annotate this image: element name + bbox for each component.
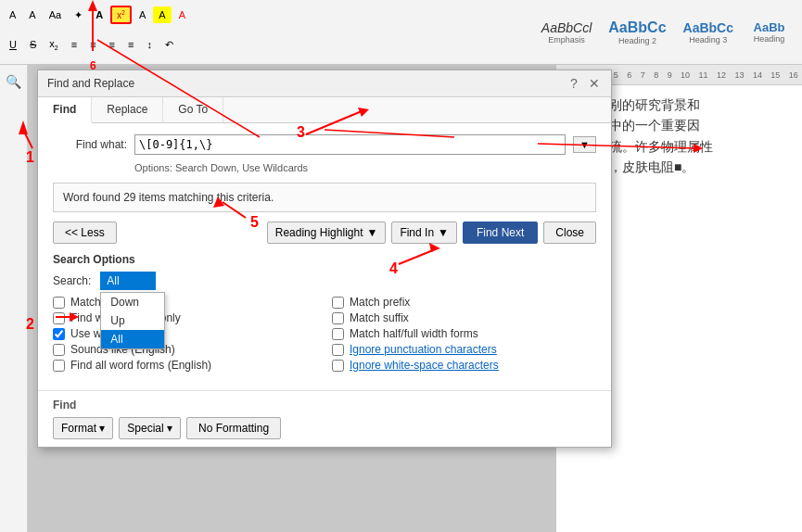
dialog-controls: ? ✕: [566, 76, 602, 91]
subscript-btn[interactable]: x2: [44, 35, 63, 54]
ribbon-left: A A Aa ✦ A x2 A A A U S x2 ≡ ≡ ≡ ≡ ↕ ↶: [0, 0, 528, 65]
match-suffix-row: Match suffix: [332, 311, 596, 324]
options-text: Options: Search Down, Use Wildcards: [134, 162, 596, 173]
ignore-whitespace-row: Ignore white-space characters: [332, 359, 596, 372]
ignore-punct-label: Ignore punctuation characters: [350, 343, 497, 356]
match-case-row: Match case: [53, 296, 317, 309]
style-heading2[interactable]: AaBbCc Heading 2: [602, 17, 672, 48]
ribbon: A A Aa ✦ A x2 A A A U S x2 ≡ ≡ ≡ ≡ ↕ ↶ A…: [0, 0, 802, 65]
style-heading4-preview: AaBb: [754, 20, 785, 34]
use-wildcards-checkbox[interactable]: [53, 328, 65, 340]
dialog-tabs: Find Replace Go To: [38, 97, 611, 123]
sounds-like-checkbox[interactable]: [53, 344, 65, 356]
bottom-find-label: Find: [53, 399, 596, 412]
dialog-body: Find what: ▼ Options: Search Down, Use W…: [38, 123, 611, 390]
dropdown-item-up[interactable]: Up: [101, 311, 164, 330]
help-button[interactable]: ?: [566, 76, 581, 91]
ignore-whitespace-link[interactable]: Ignore white-space characters: [350, 359, 499, 372]
ribbon-right: AaBbCcl Emphasis AaBbCc Heading 2 AaBbCc…: [528, 0, 802, 65]
close-button[interactable]: ✕: [587, 76, 602, 91]
tab-goto[interactable]: Go To: [163, 97, 223, 122]
use-wildcards-row: Use wildcards: [53, 327, 317, 340]
find-in-button[interactable]: Find In ▼: [391, 222, 457, 244]
match-prefix-row: Match prefix: [332, 296, 596, 309]
align-left-btn[interactable]: ≡: [66, 36, 83, 53]
underline-btn[interactable]: U: [4, 36, 22, 53]
font-size-decrease-btn[interactable]: A: [4, 6, 21, 23]
style-emphasis[interactable]: AaBbCcl Emphasis: [535, 18, 598, 47]
ignore-punct-row: Ignore punctuation characters: [332, 343, 596, 356]
highlight-btn[interactable]: A: [153, 6, 171, 23]
match-prefix-label: Match prefix: [350, 296, 410, 309]
all-word-forms-checkbox[interactable]: [53, 360, 65, 372]
font-color-btn[interactable]: A: [173, 6, 191, 23]
ignore-punct-link[interactable]: Ignore punctuation characters: [350, 343, 497, 356]
find-what-input[interactable]: [134, 134, 566, 155]
whole-word-checkbox[interactable]: [53, 312, 65, 324]
match-halfwidth-row: Match half/full width forms: [332, 327, 596, 340]
style-heading3-preview: AaBbCc: [683, 20, 733, 35]
find-dropdown-btn[interactable]: ▼: [573, 136, 596, 153]
bold-btn[interactable]: A: [90, 6, 108, 23]
ribbon-top-row: A A Aa ✦ A x2 A A A: [4, 2, 524, 28]
dropdown-item-all[interactable]: All: [101, 330, 164, 348]
find-next-button[interactable]: Find Next: [463, 222, 538, 244]
ignore-punct-checkbox[interactable]: [332, 344, 344, 356]
search-select-row: Search: Down Up All Down Up All: [53, 272, 596, 290]
format-button[interactable]: Format ▾: [53, 417, 113, 439]
right-checkboxes: Match prefix Match suffix Match half/ful…: [332, 296, 596, 372]
font-size-increase-btn[interactable]: A: [23, 6, 41, 23]
ignore-whitespace-label: Ignore white-space characters: [350, 359, 499, 372]
all-word-forms-label: Find all word forms (English): [70, 359, 211, 372]
tab-find[interactable]: Find: [38, 97, 92, 123]
action-buttons-row: << Less Reading Highlight ▼ Find In ▼ Fi…: [53, 222, 596, 244]
no-formatting-button[interactable]: No Formatting: [186, 417, 281, 439]
match-suffix-label: Match suffix: [350, 311, 409, 324]
left-sidebar: 🔍: [0, 65, 28, 532]
dialog-titlebar: Find and Replace ? ✕: [38, 70, 611, 97]
ignore-whitespace-checkbox[interactable]: [332, 360, 344, 372]
style-heading4[interactable]: AaBb Heading: [744, 18, 795, 46]
style-heading4-label: Heading: [754, 34, 785, 44]
reading-highlight-button[interactable]: Reading Highlight ▼: [267, 222, 387, 244]
search-options-title: Search Options: [53, 253, 596, 266]
search-select[interactable]: Down Up All: [100, 272, 156, 290]
left-checkboxes: Match case Find whole words only Use wil…: [53, 296, 317, 372]
special-button[interactable]: Special ▾: [119, 417, 181, 439]
style-heading3-label: Heading 3: [689, 35, 727, 44]
align-center-btn[interactable]: ≡: [84, 36, 101, 53]
info-box: Word found 29 items matching this criter…: [53, 183, 596, 212]
line-spacing-btn[interactable]: ↕: [141, 36, 158, 53]
ribbon-bottom-row: U S x2 ≡ ≡ ≡ ≡ ↕ ↶: [4, 28, 524, 61]
tab-replace[interactable]: Replace: [92, 97, 163, 122]
clear-formatting-btn[interactable]: ✦: [69, 6, 88, 24]
bottom-section: Find Format ▾ Special ▾ No Formatting: [38, 390, 611, 447]
find-what-row: Find what: ▼: [53, 134, 596, 155]
less-button[interactable]: << Less: [53, 222, 117, 244]
search-label: Search:: [53, 274, 91, 287]
match-case-checkbox[interactable]: [53, 297, 65, 309]
search-sidebar-icon[interactable]: 🔍: [6, 74, 21, 89]
undo-btn[interactable]: ↶: [159, 36, 179, 54]
dropdown-item-down[interactable]: Down: [101, 293, 164, 311]
dialog-title: Find and Replace: [47, 77, 134, 90]
superscript-btn[interactable]: x2: [110, 6, 132, 24]
search-dropdown-open: Down Up All: [100, 292, 165, 349]
style-heading2-label: Heading 2: [618, 36, 656, 45]
sounds-like-row: Sounds like (English): [53, 343, 317, 356]
justify-btn[interactable]: ≡: [122, 36, 139, 53]
font-case-btn[interactable]: Aa: [44, 6, 67, 23]
close-dialog-button[interactable]: Close: [543, 222, 596, 244]
match-prefix-checkbox[interactable]: [332, 297, 344, 309]
find-what-label: Find what:: [53, 138, 127, 151]
match-suffix-checkbox[interactable]: [332, 312, 344, 324]
match-halfwidth-checkbox[interactable]: [332, 328, 344, 340]
all-word-forms-row: Find all word forms (English): [53, 359, 317, 372]
strikethrough-btn[interactable]: S: [24, 36, 42, 53]
align-right-btn[interactable]: ≡: [104, 36, 121, 53]
bottom-buttons: Format ▾ Special ▾ No Formatting: [53, 417, 596, 439]
style-emphasis-label: Emphasis: [548, 35, 585, 44]
find-whole-words-row: Find whole words only: [53, 311, 317, 324]
style-heading3[interactable]: AaBbCc Heading 3: [677, 18, 740, 47]
text-effect-btn[interactable]: A: [134, 6, 151, 23]
